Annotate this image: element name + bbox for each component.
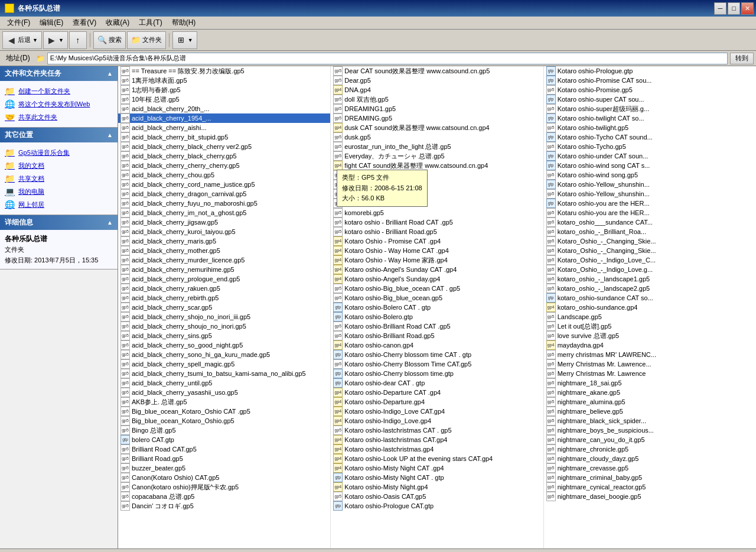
- menu-view[interactable]: 查看(V): [68, 17, 101, 29]
- list-item[interactable]: gp5Kotaro oshio-Promise.gp5: [544, 85, 756, 95]
- list-item[interactable]: gp5Kotaro_Oshio_-_Indigo_Love.g...: [544, 265, 756, 274]
- list-item[interactable]: gp5acid_black_cherry_1954_...: [118, 113, 330, 123]
- list-item[interactable]: gtpKotaro oshio-Cherry blossom time CAT …: [331, 350, 543, 359]
- list-item[interactable]: gp5Landscape.gp5: [544, 312, 756, 322]
- list-item[interactable]: gtpbolero CAT.gtp: [118, 435, 330, 444]
- list-item[interactable]: gp5Kotaro oshio-Big_blue_ocean.gp5: [331, 293, 543, 303]
- list-item[interactable]: gp5nightmare_believe.gp5: [544, 407, 756, 416]
- list-item[interactable]: gp5Kotaro oshio-Tycho.gp5: [544, 142, 756, 151]
- list-item[interactable]: gp5DREAMING1.gp5: [331, 104, 543, 113]
- list-item[interactable]: gp4Kotaro oshio-Departure CAT .gp4: [331, 388, 543, 397]
- list-item[interactable]: gp5acid_black_cherry_rebirth.gp5: [118, 293, 330, 303]
- list-item[interactable]: gp4Kotaro oshio-Misty Night.gp4: [331, 482, 543, 492]
- list-item[interactable]: gp5Dear.gp5: [331, 76, 543, 85]
- list-item[interactable]: gp5acid_black_cherry_so_good_night.gp5: [118, 340, 330, 350]
- menu-edit[interactable]: 编辑(E): [35, 17, 68, 29]
- list-item[interactable]: gp4Kotaro oshio-Indigo_Love CAT.gp4: [331, 407, 543, 416]
- up-button[interactable]: ↑: [69, 31, 87, 49]
- list-item[interactable]: gp51离开地球表面.gp5: [118, 76, 330, 85]
- search-button[interactable]: 🔍 搜索: [93, 31, 126, 49]
- list-item[interactable]: gp4Kotaro oshio-Angel's Sunday.gp4: [331, 274, 543, 284]
- list-item[interactable]: gp5Kotaru oshio-you are the HER...: [544, 208, 756, 217]
- list-item[interactable]: gtpKotaro oshio-under CAT soun...: [544, 151, 756, 161]
- menu-tools[interactable]: 工具(T): [134, 17, 167, 29]
- list-item[interactable]: gp5buzzer_beater.gp5: [118, 463, 330, 473]
- go-button[interactable]: 转到: [730, 53, 754, 64]
- list-item[interactable]: gp5acid_black_cherry_tsumi_to_batsu_kami…: [118, 369, 330, 378]
- folders-button[interactable]: 📁 文件夹: [127, 31, 166, 49]
- share-link[interactable]: 🤝 共享此文件夹: [5, 111, 113, 124]
- list-item[interactable]: gp5Canon(Kotaro Oshio) CAT.gp5: [118, 473, 330, 482]
- list-item[interactable]: gtpkotaro_oshio-sundance CAT so...: [544, 293, 756, 303]
- list-item[interactable]: gp5nightmare_crevasse.gp5: [544, 463, 756, 473]
- mypc-link[interactable]: 💻 我的电脑: [5, 185, 113, 198]
- list-item[interactable]: gp5Everyday、カチューシャ 总谱.gp5: [331, 151, 543, 161]
- list-item[interactable]: gtpKotaro oshio-you are the HER...: [544, 199, 756, 208]
- list-item[interactable]: gp5kotaro_oshio___sundance CAT...: [544, 217, 756, 227]
- list-item[interactable]: gp5nightmare_alumina.gp5: [544, 397, 756, 407]
- list-item[interactable]: gp5AKB参上. 总谱.gp5: [118, 397, 330, 407]
- list-item[interactable]: gtpKotaro oshio-dear CAT . gtp: [331, 378, 543, 388]
- list-item[interactable]: gp5nightmare_chronicle.gp5: [544, 444, 756, 454]
- forward-button[interactable]: ▶ ▼: [43, 31, 68, 49]
- mydocs-link[interactable]: 📁 我的文档: [5, 159, 113, 172]
- list-item[interactable]: gp5acid_black_cherry_yasashii_uso.gp5: [118, 388, 330, 397]
- list-item[interactable]: gp5acid_black_cherry_20th_...: [118, 104, 330, 113]
- list-item[interactable]: gp5Big_blue_ocean_Kotaro_Oshio CAT .gp5: [118, 407, 330, 416]
- list-item[interactable]: gp5Brilliant Road CAT.gp5: [118, 444, 330, 454]
- list-item[interactable]: gp4Kotaro oshio-lastchristmas.gp4: [331, 444, 543, 454]
- list-item[interactable]: gtpKotaro oshio-Misty Night CAT . gtp: [331, 473, 543, 482]
- list-item[interactable]: gp5Kotaro_Oshio_-_Indigo_Love_C...: [544, 255, 756, 265]
- list-item[interactable]: gp5Kotaro oshio-Yellow_shunshin...: [544, 189, 756, 199]
- list-item[interactable]: gp5acid_black_cherry_murder_licence.gp5: [118, 255, 330, 265]
- list-item[interactable]: gp5acid_black_cherry_mother.gp5: [118, 246, 330, 255]
- list-item[interactable]: gp5acid_black_cherry_scar.gp5: [118, 303, 330, 312]
- list-item[interactable]: gp5merry christmas MR' LAWRENC...: [544, 350, 756, 359]
- list-item[interactable]: gp5nightmare_akane.gp5: [544, 388, 756, 397]
- list-item[interactable]: gp5Kotaro oshio-Big_blue_ocean CAT . gp5: [331, 284, 543, 293]
- list-item[interactable]: gp5Canon(kotaro oshio)押尾版^卡农.gp5: [118, 482, 330, 492]
- address-input[interactable]: [47, 53, 728, 64]
- list-item[interactable]: gp5acid_black_cherry_kuroi_taiyou.gp5: [118, 227, 330, 236]
- list-item[interactable]: gp5acid_black_cherry_maris.gp5: [118, 236, 330, 246]
- list-item[interactable]: gp5acid_black_cherry_jigsaw.gp5: [118, 217, 330, 227]
- list-item[interactable]: gp5acid_black_cherry_aishi...: [118, 123, 330, 132]
- list-item[interactable]: gtpKotaro oshio-twilight CAT so...: [544, 113, 756, 123]
- list-item[interactable]: gp5Dear CAT sound效果器整理 www.catsound.cn.g…: [331, 66, 543, 76]
- list-item[interactable]: gp5acid_black_cherry_black_cherry.gp5: [118, 151, 330, 161]
- list-item[interactable]: gtpKotaro oshio-Prologue.gtp: [544, 66, 756, 76]
- maximize-button[interactable]: □: [728, 2, 740, 15]
- list-item[interactable]: gp5kotaro oshio - Brilliant Road CAT .gp…: [331, 217, 543, 227]
- network-link[interactable]: 🌐 网上邻居: [5, 198, 113, 211]
- list-item[interactable]: gp5Kotaro oshio-twilight.gp5: [544, 123, 756, 132]
- list-item[interactable]: gp5nightmare_18_sai.gp5: [544, 378, 756, 388]
- list-item[interactable]: gp5Kotaro oshio-Oasis CAT.gp5: [331, 492, 543, 501]
- view-button[interactable]: ⊞ ▼: [172, 31, 197, 49]
- list-item[interactable]: gp5nightmare_criminal_baby.gp5: [544, 473, 756, 482]
- list-item[interactable]: gp4Kotaro oshio-Angel's Sunday CAT .gp4: [331, 265, 543, 274]
- list-item[interactable]: gp5acid_black_cherry_bit_stupid.gp5: [118, 132, 330, 142]
- list-item[interactable]: gp5Bingo 总谱.gp5: [118, 426, 330, 435]
- list-item[interactable]: gp4Kotaro oshio-Indigo_Love.gp4: [331, 416, 543, 426]
- list-item[interactable]: gp5komorebi.gp5: [331, 208, 543, 217]
- list-item[interactable]: gp5Dancin' コオロギ.gp5: [118, 501, 330, 511]
- list-item[interactable]: gp5nightmare_dasei_boogie.gp5: [544, 492, 756, 501]
- list-item[interactable]: gp5acid_black_cherry_rakuen.gp5: [118, 284, 330, 293]
- list-item[interactable]: gp4Kotaro oshio-Misty Night CAT .gp4: [331, 463, 543, 473]
- back-button[interactable]: ◀ 后退 ▼: [2, 31, 42, 49]
- list-item[interactable]: gp5kotaro oshio - Brilliant Road.gp5: [331, 227, 543, 236]
- list-item[interactable]: gp5acid_black_cherry_im_not_a_ghost.gp5: [118, 208, 330, 217]
- list-item[interactable]: gp5Kotaro oshio-lastchristmas CAT . gp5: [331, 426, 543, 435]
- close-button[interactable]: ✕: [741, 2, 754, 15]
- list-item[interactable]: gtpKotaro oshio-Prologue CAT.gtp: [331, 501, 543, 511]
- list-item[interactable]: gp4dusk CAT sound效果器整理 www.catsound.cn.g…: [331, 123, 543, 132]
- list-item[interactable]: gp5acid_black_cherry_dragon_carnival.gp5: [118, 189, 330, 199]
- list-item[interactable]: gp5Merry Christmas Mr. Lawrence: [544, 369, 756, 378]
- list-item[interactable]: gp4Kotaro oshio-lastchristmas CAT.gp4: [331, 435, 543, 444]
- list-item[interactable]: gtpKotaro oshio-Bolero.gtp: [331, 312, 543, 322]
- detail-header[interactable]: 详细信息 ▲: [0, 215, 118, 230]
- list-item[interactable]: gp5acid_black_cherry_spell_magic.gp5: [118, 359, 330, 369]
- list-item[interactable]: gp4maydaydna.gp4: [544, 340, 756, 350]
- list-item[interactable]: gp5nightmare_cynical_reactor.gp5: [544, 482, 756, 492]
- publish-link[interactable]: 🌐 将这个文件夹发布到Web: [5, 98, 113, 111]
